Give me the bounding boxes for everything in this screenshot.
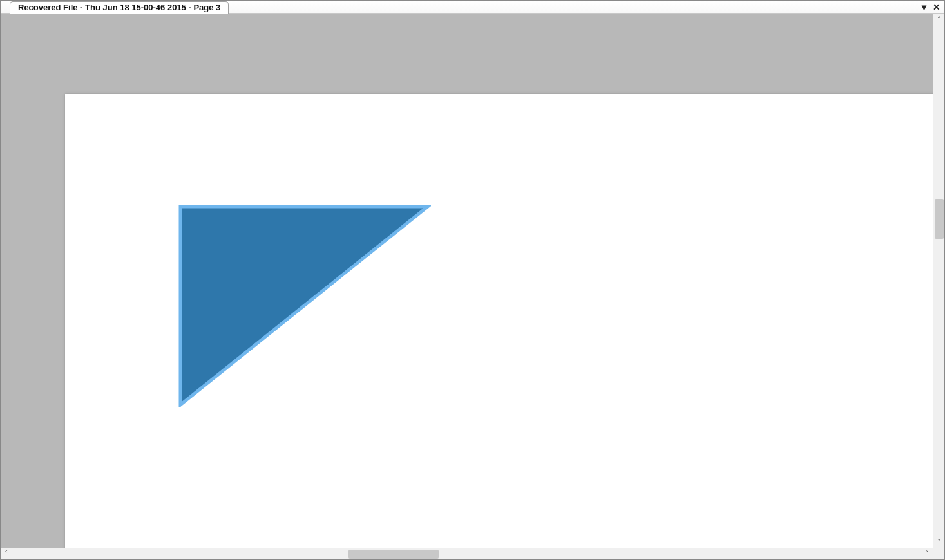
vertical-scroll-track[interactable] bbox=[933, 25, 945, 536]
bottom-scroll-row: ˂ ˃ bbox=[1, 548, 944, 559]
horizontal-scrollbar[interactable]: ˂ ˃ bbox=[1, 548, 933, 559]
window-controls: ▾ ✕ bbox=[922, 1, 940, 14]
horizontal-scroll-track[interactable] bbox=[12, 548, 921, 560]
scroll-right-arrow-icon[interactable]: ˃ bbox=[921, 548, 933, 560]
window-menu-icon[interactable]: ▾ bbox=[922, 3, 926, 12]
vertical-scroll-thumb[interactable] bbox=[935, 199, 944, 239]
horizontal-scroll-thumb[interactable] bbox=[348, 550, 439, 559]
tab-title: Recovered File - Thu Jun 18 15-00-46 201… bbox=[18, 3, 220, 12]
scroll-down-arrow-icon[interactable]: ˅ bbox=[933, 536, 945, 548]
scroll-up-arrow-icon[interactable]: ˄ bbox=[933, 14, 945, 25]
vertical-scrollbar[interactable]: ˄ ˅ bbox=[933, 14, 944, 548]
titlebar: Recovered File - Thu Jun 18 15-00-46 201… bbox=[1, 1, 944, 14]
triangle-polygon bbox=[180, 207, 428, 405]
right-triangle-shape[interactable] bbox=[177, 203, 431, 409]
close-icon[interactable]: ✕ bbox=[933, 3, 940, 12]
window-container: Recovered File - Thu Jun 18 15-00-46 201… bbox=[1, 1, 944, 559]
document-page[interactable] bbox=[65, 94, 933, 548]
scroll-left-arrow-icon[interactable]: ˂ bbox=[1, 548, 12, 560]
scrollbar-corner bbox=[933, 548, 944, 559]
content-area: ˄ ˅ bbox=[1, 14, 944, 548]
document-tab[interactable]: Recovered File - Thu Jun 18 15-00-46 201… bbox=[10, 1, 229, 14]
canvas-viewport[interactable] bbox=[1, 14, 933, 548]
